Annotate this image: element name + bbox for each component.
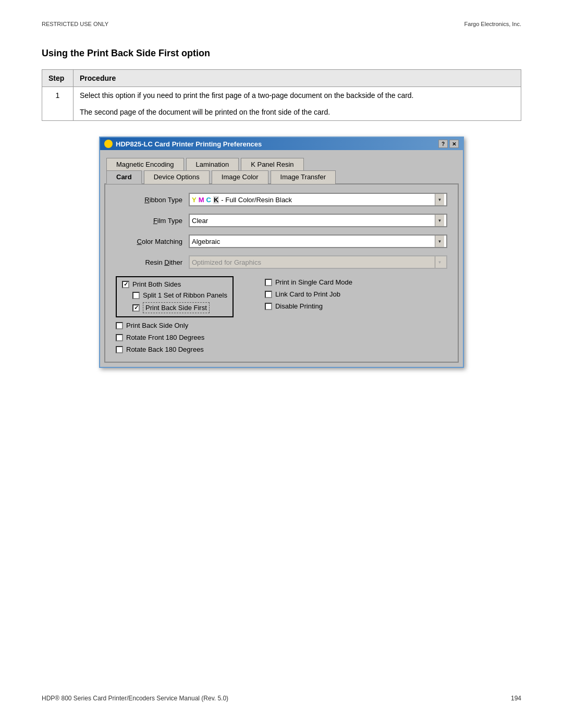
title-bar: HDP825-LC Card Printer Printing Preferen… [100, 138, 463, 150]
checkbox-outer-row: Print Both Sides Split 1 Set of Ribbon P… [116, 276, 447, 353]
main-content: Using the Print Back Side First option S… [0, 38, 563, 399]
link-card-item: Link Card to Print Job [265, 290, 352, 298]
film-type-row: Film Type Clear ▼ [116, 214, 447, 227]
resin-dither-select: Optimized for Graphics ▼ [189, 255, 447, 269]
table-col-procedure: Procedure [74, 70, 521, 87]
page-footer: HDP® 800 Series Card Printer/Encoders Se… [0, 684, 563, 712]
ribbon-type-select[interactable]: YMCK - Full Color/Resin Black ▼ [189, 193, 447, 206]
disable-printing-item: Disable Printing [265, 302, 352, 310]
rotate-back-item: Rotate Back 180 Degrees [116, 346, 234, 353]
tab-device-options[interactable]: Device Options [144, 170, 210, 184]
ribbon-underline: R [144, 196, 149, 204]
tab-lamination[interactable]: Lamination [186, 158, 239, 170]
tab-image-transfer[interactable]: Image Transfer [271, 170, 336, 184]
link-card-label: Link Card to Print Job [275, 290, 340, 298]
ymck-y: Y [192, 196, 197, 204]
rotate-back-checkbox[interactable] [116, 346, 123, 353]
tab-card[interactable]: Card [106, 170, 142, 184]
print-back-only-label: Print Back Side Only [126, 322, 188, 329]
tab-k-panel-resin[interactable]: K Panel Resin [241, 158, 303, 170]
step-procedure: Select this option if you need to print … [74, 87, 521, 121]
print-back-first-label: Print Back Side First [143, 302, 210, 313]
dialog-box: HDP825-LC Card Printer Printing Preferen… [99, 137, 464, 368]
tab-magnetic-encoding[interactable]: Magnetic Encoding [106, 158, 184, 170]
title-bar-buttons[interactable]: ? ✕ [438, 140, 459, 148]
close-button[interactable]: ✕ [449, 140, 459, 148]
footer-left: HDP® 800 Series Card Printer/Encoders Se… [42, 695, 228, 702]
header-left: RESTRICTED USE ONLY [42, 21, 108, 27]
color-value-text: Algebraic [192, 238, 220, 245]
ymck-m: M [199, 196, 204, 204]
procedure-table: Step Procedure 1 Select this option if y… [42, 69, 521, 121]
film-value-text: Clear [192, 217, 208, 225]
film-type-select[interactable]: Clear ▼ [189, 214, 447, 227]
disable-printing-checkbox[interactable] [265, 303, 272, 310]
rotate-front-label: Rotate Front 180 Degrees [126, 334, 204, 341]
rotate-front-item: Rotate Front 180 Degrees [116, 334, 234, 341]
color-matching-select[interactable]: Algebraic ▼ [189, 235, 447, 248]
ribbon-type-row: Ribbon Type YMCK - Full Color/Resin Blac… [116, 193, 447, 206]
tabs-lower-row: Card Device Options Image Color Image Tr… [104, 170, 459, 184]
split-ribbon-label: Split 1 Set of Ribbon Panels [143, 291, 227, 299]
table-row: 1 Select this option if you need to prin… [42, 87, 521, 121]
title-icon [104, 140, 113, 148]
print-both-sides-checkbox[interactable] [122, 281, 129, 288]
split-ribbon-item: Split 1 Set of Ribbon Panels [132, 291, 227, 299]
resin-dither-label: Resin Dither [116, 258, 189, 266]
film-underline: F [153, 217, 157, 225]
ymck-c: C [206, 196, 211, 204]
resin-value-text: Optimized for Graphics [192, 258, 261, 266]
film-dropdown-arrow[interactable]: ▼ [435, 215, 444, 226]
ribbon-type-label: Ribbon Type [116, 196, 189, 204]
resin-dither-row: Resin Dither Optimized for Graphics ▼ [116, 255, 447, 269]
section-title: Using the Print Back Side First option [42, 48, 521, 59]
title-bar-left: HDP825-LC Card Printer Printing Preferen… [104, 140, 262, 148]
resin-dropdown-arrow: ▼ [435, 256, 444, 268]
rotate-front-checkbox[interactable] [116, 334, 123, 341]
help-button[interactable]: ? [438, 140, 448, 148]
procedure-line2: The second page of the document will be … [80, 108, 515, 116]
print-both-sides-box: Print Both Sides Split 1 Set of Ribbon P… [116, 276, 234, 317]
footer-right: 194 [511, 695, 521, 702]
tabs-upper-row: Magnetic Encoding Lamination K Panel Res… [104, 154, 459, 170]
disable-printing-label: Disable Printing [275, 302, 323, 310]
print-back-first-checkbox[interactable] [132, 304, 140, 312]
procedure-line1: Select this option if you need to print … [80, 91, 515, 100]
single-card-mode-item: Print in Single Card Mode [265, 278, 352, 286]
color-underline: C [137, 238, 142, 245]
rotate-back-label: Rotate Back 180 Degrees [126, 346, 204, 353]
checkboxes-area: Print Both Sides Split 1 Set of Ribbon P… [116, 276, 447, 353]
print-back-first-item: Print Back Side First [132, 302, 227, 313]
ribbon-select-value: YMCK - Full Color/Resin Black [192, 196, 292, 204]
ribbon-value-text: - Full Color/Resin Black [221, 196, 292, 204]
left-checkbox-column: Print Both Sides Split 1 Set of Ribbon P… [116, 276, 234, 353]
tab-image-color[interactable]: Image Color [212, 170, 268, 184]
ribbon-dropdown-arrow[interactable]: ▼ [435, 194, 444, 205]
ymck-k: K [213, 196, 219, 204]
split-ribbon-checkbox[interactable] [132, 292, 140, 299]
table-col-step: Step [42, 70, 74, 87]
color-matching-row: Color Matching Algebraic ▼ [116, 235, 447, 248]
single-card-mode-checkbox[interactable] [265, 279, 272, 286]
step-number: 1 [42, 87, 74, 121]
header-right: Fargo Electronics, Inc. [464, 21, 521, 27]
print-both-sides-label: Print Both Sides [132, 280, 181, 288]
single-card-mode-label: Print in Single Card Mode [275, 278, 352, 286]
content-panel: Ribbon Type YMCK - Full Color/Resin Blac… [104, 184, 459, 363]
link-card-checkbox[interactable] [265, 291, 272, 298]
dialog-body: Magnetic Encoding Lamination K Panel Res… [100, 150, 463, 367]
color-matching-label: Color Matching [116, 238, 189, 245]
film-type-label: Film Type [116, 217, 189, 225]
print-both-sides-item: Print Both Sides [122, 280, 227, 288]
color-dropdown-arrow[interactable]: ▼ [435, 236, 444, 247]
dialog-title: HDP825-LC Card Printer Printing Preferen… [116, 140, 262, 148]
print-back-only-checkbox[interactable] [116, 322, 123, 329]
page-header: RESTRICTED USE ONLY Fargo Electronics, I… [0, 0, 563, 38]
right-checkbox-column: Print in Single Card Mode Link Card to P… [265, 276, 352, 353]
print-back-only-item: Print Back Side Only [116, 322, 234, 329]
dither-underline: D [164, 258, 169, 266]
